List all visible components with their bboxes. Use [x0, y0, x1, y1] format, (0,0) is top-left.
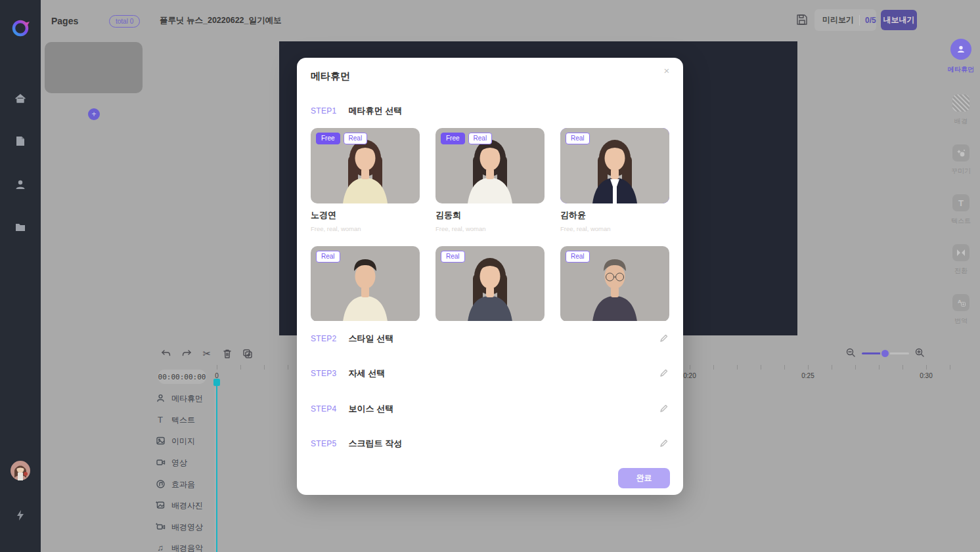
playhead-line[interactable] — [216, 385, 217, 552]
real-badge: Real — [441, 251, 465, 263]
image-icon — [155, 436, 166, 446]
document-icon[interactable] — [14, 135, 27, 148]
preview-count: 0/5 — [865, 16, 876, 25]
track-row-metahuman[interactable]: 메타휴먼 — [155, 393, 203, 404]
step3-header[interactable]: STEP3 자세 선택 — [311, 368, 669, 379]
free-badge: Free — [316, 133, 340, 144]
metahuman-icon — [950, 39, 971, 60]
track-row-background-photo[interactable]: 배경사진 — [155, 500, 203, 511]
folder-icon[interactable] — [14, 221, 27, 234]
step5-header[interactable]: STEP5 스크립트 작성 — [311, 438, 669, 450]
avatar-card[interactable]: FreeReal 김동희 Free, real, woman — [435, 128, 545, 246]
avatar-card-list: FreeReal 노경연 Free, real, woman — [311, 128, 669, 321]
ruler-tick — [240, 365, 241, 370]
avatar-caption: Free, real, woman — [560, 225, 669, 232]
sidebar-item-metahuman[interactable]: 메타휴먼 — [942, 39, 980, 74]
delete-icon[interactable] — [221, 348, 233, 360]
ruler-tick — [288, 365, 288, 370]
text-icon: T — [155, 415, 166, 425]
edit-step2-icon[interactable] — [659, 333, 669, 343]
avatar-card[interactable]: Real — [311, 246, 420, 321]
background-video-icon — [155, 522, 166, 532]
edit-title-icon[interactable] — [273, 15, 282, 27]
cut-icon[interactable]: ✂ — [201, 348, 213, 360]
metahuman-modal: 메타휴먼 × STEP1 메타휴먼 선택 — [297, 58, 683, 495]
sidebar-item-decorate[interactable]: 꾸미기 — [942, 144, 980, 176]
zoom-out-icon[interactable] — [845, 347, 856, 358]
edit-step4-icon[interactable] — [659, 404, 669, 413]
lightning-icon[interactable] — [16, 510, 25, 520]
track-row-image[interactable]: 이미지 — [155, 436, 195, 446]
preview-group: 미리보기 0/5 — [814, 9, 876, 31]
avatar-card-selected[interactable]: Real 김하윤 Free, real, woman — [560, 128, 669, 246]
ruler-tick — [264, 365, 265, 370]
user-icon[interactable] — [14, 178, 27, 191]
transition-icon — [952, 244, 969, 261]
avatar-card[interactable]: FreeReal 노경연 Free, real, woman — [311, 128, 420, 246]
ruler-tick — [832, 365, 832, 370]
real-badge: Real — [468, 133, 493, 144]
track-lane-boundary — [215, 387, 215, 552]
track-row-text[interactable]: T 텍스트 — [155, 415, 195, 425]
ruler-tick — [217, 365, 217, 370]
sidebar-item-text[interactable]: T 텍스트 — [942, 194, 980, 226]
avatar-name: 김동희 — [435, 209, 545, 221]
done-button[interactable]: 완료 — [618, 468, 670, 488]
sidebar-item-transition[interactable]: 전환 — [942, 244, 980, 276]
app-window: Pages total 0 플루닛 뉴스_20220622_일기예보 미리보기 … — [0, 0, 980, 552]
ruler-tick — [690, 365, 690, 370]
track-row-video[interactable]: 영상 — [155, 457, 187, 468]
ruler-tick — [855, 365, 856, 370]
modal-title: 메타휴먼 — [311, 70, 350, 83]
track-row-background-music[interactable]: ♫ 배경음악 — [155, 543, 203, 552]
duplicate-icon[interactable] — [242, 348, 254, 360]
slider-knob[interactable] — [880, 349, 890, 358]
track-row-sound-effect[interactable]: 효과음 — [155, 479, 195, 490]
edit-step3-icon[interactable] — [659, 368, 669, 377]
ruler-tick — [879, 365, 880, 370]
avatar-name: 김하윤 — [560, 209, 669, 221]
step2-header[interactable]: STEP2 스타일 선택 — [311, 333, 669, 345]
undo-icon[interactable] — [160, 348, 172, 360]
background-icon — [952, 95, 969, 112]
person-icon — [155, 393, 166, 404]
left-sidebar — [0, 0, 41, 552]
ruler-tick — [926, 365, 927, 370]
track-row-background-video[interactable]: 배경영상 — [155, 522, 203, 532]
redo-icon[interactable] — [181, 348, 192, 360]
real-badge: Real — [566, 133, 590, 144]
export-button[interactable]: 내보내기 — [881, 10, 917, 30]
add-page-button[interactable]: + — [88, 108, 100, 120]
ruler-tick — [950, 365, 950, 370]
close-icon[interactable]: × — [661, 65, 673, 77]
save-icon[interactable] — [795, 13, 809, 26]
real-badge: Real — [316, 251, 340, 263]
home-icon[interactable] — [14, 92, 27, 105]
avatar-caption: Free, real, woman — [311, 225, 420, 232]
project-title: 플루닛 뉴스_20220622_일기예보 — [160, 15, 282, 26]
ruler-tick — [737, 365, 738, 370]
sidebar-item-translate[interactable]: A 번역 — [942, 294, 980, 326]
avatar-name: 노경연 — [311, 209, 420, 221]
total-count-badge: total 0 — [109, 15, 140, 28]
avatar-card[interactable]: Real — [560, 246, 669, 321]
app-logo[interactable] — [9, 17, 32, 39]
ruler-tick — [902, 365, 903, 370]
ruler-tick — [761, 365, 761, 370]
user-avatar[interactable] — [11, 461, 30, 480]
step4-header[interactable]: STEP4 보이스 선택 — [311, 403, 669, 415]
sound-effect-icon — [155, 479, 166, 490]
avatar-card[interactable]: Real — [435, 246, 545, 321]
page-thumbnail[interactable] — [45, 42, 143, 93]
background-photo-icon — [155, 500, 166, 511]
ruler-tick — [784, 365, 785, 370]
edit-step5-icon[interactable] — [659, 438, 669, 448]
playhead-handle[interactable] — [213, 379, 220, 386]
zoom-in-icon[interactable] — [914, 347, 925, 358]
video-icon — [155, 457, 166, 468]
avatar-caption: Free, real, woman — [435, 225, 545, 232]
ruler-tick — [713, 365, 714, 370]
ruler-label: 0:25 — [801, 372, 814, 379]
sidebar-item-background[interactable]: 배경 — [942, 95, 980, 126]
preview-button[interactable]: 미리보기 — [814, 14, 854, 26]
